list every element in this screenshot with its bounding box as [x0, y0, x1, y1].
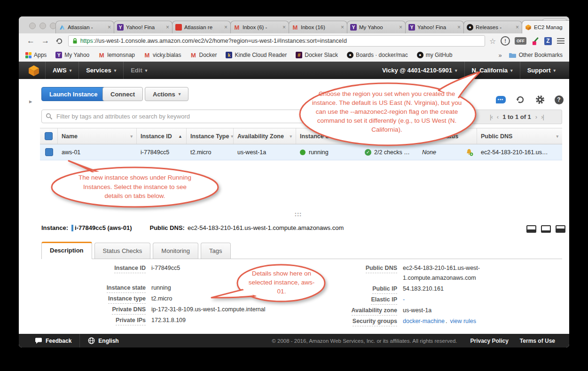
- tab-my-yahoo[interactable]: Y My Yahoo ×: [347, 21, 406, 33]
- split-pane-small-icon[interactable]: [541, 225, 551, 233]
- actions-button[interactable]: Actions ▾: [145, 87, 188, 101]
- actions-label: Actions: [153, 91, 175, 98]
- bookmark-my-yahoo[interactable]: Y My Yahoo: [55, 52, 89, 58]
- notifications-button[interactable]: •••: [495, 95, 506, 105]
- tab-description[interactable]: Description: [41, 242, 92, 259]
- col-availability-zone[interactable]: Availability Zone ▾: [234, 128, 296, 144]
- bookmark-vicky-bialas[interactable]: M vicky.bialas: [144, 52, 181, 58]
- yahoo-icon: Y: [117, 24, 124, 31]
- page-next-icon[interactable]: ›: [535, 113, 537, 120]
- gmail-icon: M: [144, 52, 150, 58]
- bookmarks-overflow-icon[interactable]: »: [498, 52, 502, 59]
- page-last-icon[interactable]: ›|: [541, 113, 544, 120]
- view-rules-link[interactable]: view rules: [450, 316, 476, 326]
- feedback-button[interactable]: Feedback: [35, 338, 71, 344]
- chevron-down-icon: ▾: [70, 68, 72, 73]
- bookmark-apps[interactable]: Apps: [25, 52, 47, 58]
- tab-label: Inbox (6) -: [243, 24, 281, 30]
- tab-status-checks[interactable]: Status Checks: [94, 243, 151, 259]
- back-icon[interactable]: ←: [27, 36, 35, 46]
- nav-edit-menu[interactable]: Edit ▾: [123, 62, 154, 79]
- close-icon[interactable]: ×: [108, 24, 111, 31]
- checks-label: 2/2 checks …: [374, 149, 410, 156]
- tab-releases[interactable]: ● Releases - ×: [463, 21, 522, 33]
- window-minimize-button[interactable]: [39, 23, 46, 29]
- close-icon[interactable]: ×: [166, 24, 169, 31]
- language-button[interactable]: English: [88, 337, 118, 344]
- search-icon: [46, 113, 53, 120]
- bookmark-lemonsnap[interactable]: M lemonsnap: [98, 52, 135, 58]
- yahoo-icon: Y: [55, 52, 62, 58]
- state-label: running: [309, 149, 329, 156]
- detail-value: running: [151, 283, 171, 293]
- nav-support-menu[interactable]: Support ▾: [520, 62, 563, 79]
- bookmark-boards[interactable]: ● Boards · docker/mac: [347, 52, 408, 58]
- pane-resize-handle[interactable]: ••• •••: [282, 213, 315, 217]
- sidebar-collapse-icon[interactable]: ▸: [29, 98, 32, 105]
- col-public-dns[interactable]: Public DNS ▾: [477, 128, 562, 144]
- forward-icon[interactable]: →: [41, 36, 49, 46]
- detail-value: i-77849cc5: [151, 263, 180, 273]
- col-name[interactable]: Name ▾: [58, 128, 137, 144]
- refresh-button[interactable]: [515, 95, 525, 105]
- nav-services-menu[interactable]: Services ▾: [78, 62, 123, 79]
- connect-button[interactable]: Connect: [102, 87, 143, 101]
- aws-logo-icon[interactable]: [28, 65, 39, 76]
- cell-instance-type: t2.micro: [187, 149, 234, 156]
- reload-icon[interactable]: [55, 37, 63, 45]
- privacy-policy-link[interactable]: Privacy Policy: [470, 338, 508, 344]
- close-icon[interactable]: ×: [224, 24, 227, 31]
- col-instance-type[interactable]: Instance Type ▾: [187, 128, 234, 144]
- close-icon[interactable]: ×: [457, 24, 461, 31]
- bookmark-kindle[interactable]: k Kindle Cloud Reader: [226, 52, 287, 58]
- atlassian-icon: [59, 24, 65, 31]
- page-prev-icon[interactable]: ‹: [497, 113, 498, 120]
- split-pane-icon[interactable]: [526, 225, 536, 233]
- close-icon[interactable]: ×: [341, 24, 344, 31]
- atlassian-red-icon: [175, 24, 182, 31]
- bookmark-docker[interactable]: M Docker: [190, 52, 217, 58]
- eyedropper-extension-icon[interactable]: [531, 37, 540, 45]
- detail-value: t2.micro: [151, 294, 172, 304]
- bookmark-docker-slack[interactable]: # Docker Slack: [296, 52, 338, 58]
- terms-of-use-link[interactable]: Terms of Use: [520, 338, 555, 344]
- chrome-menu-icon[interactable]: [557, 37, 564, 45]
- col-label: Name: [62, 133, 78, 140]
- chat-bubble-icon: •••: [496, 96, 506, 103]
- close-icon[interactable]: ×: [282, 24, 286, 31]
- z-extension-icon[interactable]: Z: [544, 37, 552, 45]
- tab-inbox-6[interactable]: M Inbox (6) - ×: [230, 21, 289, 33]
- other-bookmarks[interactable]: Other Bookmarks: [519, 52, 563, 58]
- tab-atlassian-2[interactable]: Atlassian re ×: [172, 21, 231, 33]
- launch-instance-button[interactable]: Launch Instance: [41, 87, 106, 101]
- cell-public-dns: ec2-54-183-210-161.us…: [477, 149, 562, 156]
- page-first-icon[interactable]: |‹: [490, 113, 493, 120]
- tab-atlassian[interactable]: Atlassian - ×: [55, 21, 114, 33]
- col-instance-id[interactable]: Instance ID ▲: [137, 128, 187, 144]
- url-bar[interactable]: https ://us-west-1.console.aws.amazon.co…: [68, 35, 485, 47]
- detail-value: us-west-1a: [403, 306, 431, 316]
- security-group-link[interactable]: docker-machine: [403, 316, 445, 326]
- detail-label: Private DNS: [112, 306, 146, 315]
- nav-aws-menu[interactable]: AWS ▾: [45, 62, 78, 79]
- close-icon[interactable]: ×: [399, 24, 402, 31]
- bookmark-star-icon[interactable]: ☆: [489, 37, 496, 46]
- cell-name: aws-01: [58, 149, 137, 156]
- close-icon[interactable]: ×: [516, 24, 519, 31]
- gmail-icon: M: [234, 24, 240, 31]
- tab-ec2-management[interactable]: EC2 Manag ×: [522, 20, 569, 33]
- window-close-button[interactable]: [29, 23, 36, 29]
- info-extension-icon[interactable]: !: [501, 36, 510, 46]
- tab-yahoo-finance[interactable]: Y Yahoo! Fina ×: [114, 21, 172, 33]
- tab-tags[interactable]: Tags: [201, 243, 230, 259]
- tab-monitoring[interactable]: Monitoring: [153, 243, 198, 259]
- help-button[interactable]: ?: [554, 95, 564, 105]
- settings-button[interactable]: [535, 95, 545, 105]
- full-pane-icon[interactable]: [556, 225, 565, 233]
- tab-inbox-16[interactable]: M Inbox (16) ×: [289, 21, 347, 33]
- off-extension-icon[interactable]: OFF: [515, 37, 526, 45]
- bookmark-my-github[interactable]: ● my GitHub: [417, 52, 453, 58]
- tab-label: Inbox (16): [301, 24, 339, 30]
- tab-yahoo-finance-2[interactable]: Y Yahoo! Fina ×: [405, 21, 464, 33]
- select-all-checkbox[interactable]: [40, 128, 58, 144]
